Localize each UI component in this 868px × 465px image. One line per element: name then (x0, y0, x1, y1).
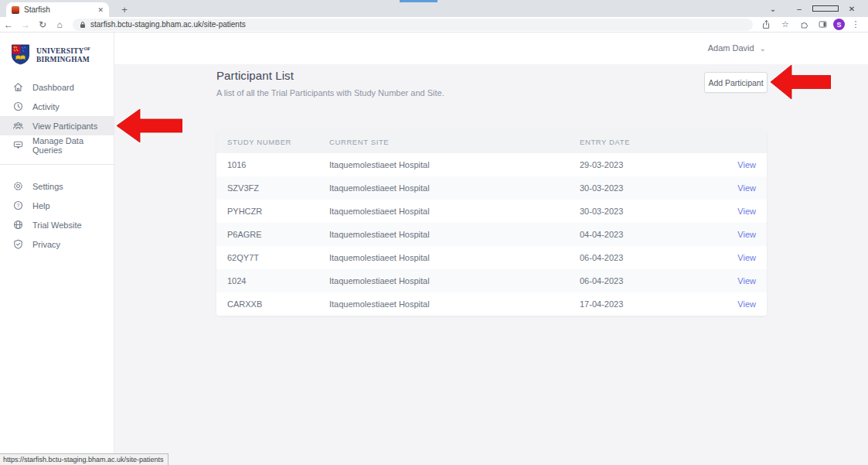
sidebar-item-activity[interactable]: Activity (0, 97, 114, 116)
help-circle-icon: ? (12, 200, 24, 211)
shield-check-icon (12, 238, 24, 250)
share-icon[interactable] (759, 18, 774, 32)
logo-line1: UNIVERSITY (36, 47, 84, 55)
table-row: 1016 Itaquemolestiaeet Hospital 29-03-20… (216, 153, 767, 176)
entry-date-cell: 17-04-2023 (580, 299, 728, 309)
site-cell: Itaquemolestiaeet Hospital (329, 183, 580, 193)
forward-icon[interactable]: → (17, 19, 34, 30)
tab-title: Starfish (24, 5, 93, 14)
home-icon[interactable]: ⌂ (51, 19, 68, 30)
sidebar-item-label: Activity (32, 102, 60, 111)
view-link[interactable]: View (737, 276, 756, 285)
page-subtitle: A list of all the Trial Participants wit… (216, 88, 444, 97)
clock-icon (12, 101, 24, 112)
sidebar-item-label: Manage Data Queries (32, 136, 114, 155)
people-group-icon (12, 120, 24, 132)
entry-date-cell: 04-04-2023 (580, 230, 728, 239)
annotation-arrow-view-participants (117, 109, 182, 142)
table-row: SZV3FZ Itaquemolestiaeet Hospital 30-03-… (216, 176, 767, 200)
col-study-number: STUDY NUMBER (227, 138, 329, 146)
window-menu-chevron-icon[interactable]: ⌄ (760, 5, 786, 13)
view-link[interactable]: View (737, 183, 756, 193)
app-window: UNIVERSITYOF BIRMINGHAM Dashboard Activi… (0, 32, 868, 465)
sidebar-item-label: Help (32, 201, 50, 210)
view-link[interactable]: View (737, 230, 756, 239)
sidebar-item-label: View Participants (32, 121, 97, 131)
sidebar-divider (0, 164, 114, 165)
sidebar-item-privacy[interactable]: Privacy (0, 234, 114, 254)
sidebar-item-manage-data-queries[interactable]: Manage Data Queries (0, 135, 114, 155)
sidebar-main-nav: Dashboard Activity View Participants (0, 77, 114, 155)
entry-date-cell: 06-04-2023 (580, 253, 728, 262)
sidebar-item-trial-website[interactable]: Trial Website (0, 215, 114, 234)
user-menu[interactable]: Adam David ⌄ (708, 43, 766, 53)
site-cell: Itaquemolestiaeet Hospital (329, 276, 580, 285)
entry-date-cell: 30-03-2023 (580, 183, 728, 193)
sidebar-item-label: Privacy (32, 240, 60, 249)
study-number-cell: SZV3FZ (227, 183, 329, 193)
browser-menu-icon[interactable]: ⋮ (848, 18, 863, 32)
tab-close-icon[interactable]: ✕ (97, 6, 104, 14)
toolbar-right-cluster: ☆ S ⋮ (759, 18, 863, 32)
sidebar-item-settings[interactable]: Settings (0, 176, 114, 196)
chat-bubble-icon (12, 139, 24, 151)
site-cell: Itaquemolestiaeet Hospital (329, 230, 580, 239)
sidebar-item-label: Trial Website (32, 221, 82, 230)
browser-tab[interactable]: Starfish ✕ (6, 2, 109, 17)
table-row: PYHCZR Itaquemolestiaeet Hospital 30-03-… (216, 200, 767, 223)
gear-icon (12, 180, 24, 192)
side-panel-icon[interactable] (815, 18, 830, 32)
site-cell: Itaquemolestiaeet Hospital (329, 253, 580, 262)
col-current-site: CURRENT SITE (329, 138, 580, 146)
lock-icon (79, 21, 87, 29)
url-text: starfish.bctu-staging.bham.ac.uk/site-pa… (90, 20, 246, 29)
home-outline-icon (12, 81, 24, 93)
window-top-accent (400, 0, 437, 2)
chevron-down-icon: ⌄ (760, 44, 766, 53)
svg-text:?: ? (17, 203, 20, 208)
profile-avatar[interactable]: S (833, 19, 845, 30)
sidebar: UNIVERSITYOF BIRMINGHAM Dashboard Activi… (0, 32, 114, 465)
col-entry-date: ENTRY DATE (580, 138, 728, 146)
browser-tab-strip: Starfish ✕ + ⌄ – ✕ (0, 0, 868, 17)
site-cell: Itaquemolestiaeet Hospital (329, 299, 580, 309)
entry-date-cell: 06-04-2023 (580, 276, 728, 285)
address-bar[interactable]: starfish.bctu-staging.bham.ac.uk/site-pa… (73, 19, 753, 31)
view-link[interactable]: View (737, 207, 756, 216)
add-participant-button[interactable]: Add Participant (704, 72, 768, 93)
window-controls: ⌄ – ✕ (760, 0, 865, 17)
bookmark-star-icon[interactable]: ☆ (778, 18, 793, 32)
browser-toolbar: ← → ↻ ⌂ starfish.bctu-staging.bham.ac.uk… (0, 17, 868, 32)
annotation-arrow-add-participant (771, 65, 831, 99)
sidebar-secondary-nav: Settings ? Help Trial Website Privacy (0, 176, 114, 254)
view-link[interactable]: View (737, 160, 756, 169)
study-number-cell: 1024 (227, 276, 329, 285)
view-link[interactable]: View (737, 299, 756, 309)
app-header: Adam David ⌄ (114, 32, 868, 64)
site-cell: Itaquemolestiaeet Hospital (329, 207, 580, 216)
sidebar-item-view-participants[interactable]: View Participants (0, 116, 114, 135)
sidebar-item-dashboard[interactable]: Dashboard (0, 77, 114, 97)
study-number-cell: CARXXB (227, 299, 329, 309)
back-icon[interactable]: ← (0, 19, 17, 30)
reload-icon[interactable]: ↻ (34, 19, 51, 30)
new-tab-button[interactable]: + (117, 3, 131, 17)
entry-date-cell: 29-03-2023 (580, 160, 728, 169)
view-link[interactable]: View (737, 253, 756, 262)
sidebar-item-label: Settings (32, 182, 63, 191)
minimize-button[interactable]: – (786, 5, 812, 13)
restore-button[interactable] (812, 5, 839, 13)
study-number-cell: P6AGRE (227, 230, 329, 239)
site-cell: Itaquemolestiaeet Hospital (329, 160, 580, 169)
uob-crest-icon (11, 44, 30, 65)
study-number-cell: PYHCZR (227, 207, 329, 216)
study-number-cell: 62QY7T (227, 253, 329, 262)
table-row: 1024 Itaquemolestiaeet Hospital 06-04-20… (216, 269, 767, 292)
sidebar-item-label: Dashboard (32, 83, 74, 92)
extensions-puzzle-icon[interactable] (796, 18, 812, 32)
sidebar-item-help[interactable]: ? Help (0, 196, 114, 215)
entry-date-cell: 30-03-2023 (580, 207, 728, 216)
close-button[interactable]: ✕ (839, 5, 865, 13)
user-name: Adam David (708, 43, 754, 53)
logo-sup: OF (84, 46, 90, 51)
